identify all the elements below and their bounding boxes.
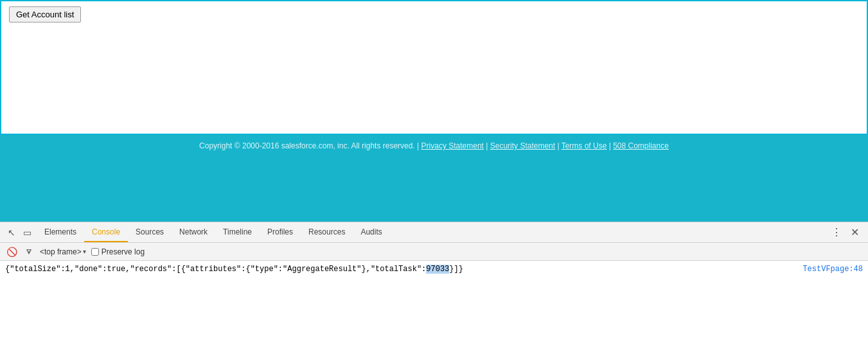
devtools-toolbar: ↖ ▭ Elements Console Sources Network Tim… xyxy=(0,222,868,243)
frame-dropdown-arrow[interactable]: ▾ xyxy=(83,248,86,255)
highlighted-value: 97033 xyxy=(426,265,449,274)
security-statement-link[interactable]: Security Statement xyxy=(490,141,555,150)
tab-console[interactable]: Console xyxy=(84,222,128,242)
privacy-statement-link[interactable]: Privacy Statement xyxy=(421,141,484,150)
tab-network[interactable]: Network xyxy=(172,222,215,242)
508-compliance-link[interactable]: 508 Compliance xyxy=(613,141,669,150)
preserve-log-wrapper: Preserve log xyxy=(91,247,145,256)
tab-audits[interactable]: Audits xyxy=(353,222,389,242)
console-output-text: {"totalSize":1,"done":true,"records":[{"… xyxy=(5,265,792,274)
footer-text: Copyright © 2000-2016 salesforce.com, in… xyxy=(199,141,669,150)
get-account-button[interactable]: Get Account list xyxy=(9,6,81,22)
devtools-toolbar-right: ⋮ ✕ xyxy=(825,225,865,240)
devtools-icons-left: ↖ ▭ xyxy=(3,226,37,239)
tab-resources[interactable]: Resources xyxy=(301,222,353,242)
frame-select-wrapper: <top frame> ▾ xyxy=(40,247,86,256)
devtools-tabs: Elements Console Sources Network Timelin… xyxy=(37,222,825,242)
tab-profiles[interactable]: Profiles xyxy=(260,222,301,242)
console-source-link[interactable]: TestVFpage:48 xyxy=(802,265,863,274)
terms-of-use-link[interactable]: Terms of Use xyxy=(562,141,607,150)
main-page: Get Account list xyxy=(0,0,868,135)
cursor-icon[interactable]: ↖ xyxy=(6,226,17,239)
more-options-icon[interactable]: ⋮ xyxy=(829,225,844,240)
tab-elements[interactable]: Elements xyxy=(37,222,84,242)
mobile-icon[interactable]: ▭ xyxy=(22,226,33,239)
frame-select[interactable]: <top frame> xyxy=(40,247,82,256)
filter-icon[interactable]: ⛛ xyxy=(24,245,35,258)
devtools-secondary-bar: 🚫 ⛛ <top frame> ▾ Preserve log xyxy=(0,243,868,261)
button-area: Get Account list xyxy=(1,1,867,28)
console-cursor-line xyxy=(5,275,863,287)
teal-background-area: Copyright © 2000-2016 salesforce.com, in… xyxy=(0,135,868,222)
close-devtools-icon[interactable]: ✕ xyxy=(848,225,862,240)
console-log-line: {"totalSize":1,"done":true,"records":[{"… xyxy=(5,263,863,275)
preserve-log-label[interactable]: Preserve log xyxy=(102,247,145,256)
copyright-text: Copyright © 2000-2016 salesforce.com, in… xyxy=(199,141,421,150)
devtools-panel: ↖ ▭ Elements Console Sources Network Tim… xyxy=(0,222,868,363)
clear-console-icon[interactable]: 🚫 xyxy=(5,245,19,258)
tab-timeline[interactable]: Timeline xyxy=(215,222,260,242)
console-output-area: {"totalSize":1,"done":true,"records":[{"… xyxy=(0,261,868,363)
preserve-log-checkbox[interactable] xyxy=(91,248,99,256)
tab-sources[interactable]: Sources xyxy=(128,222,172,242)
